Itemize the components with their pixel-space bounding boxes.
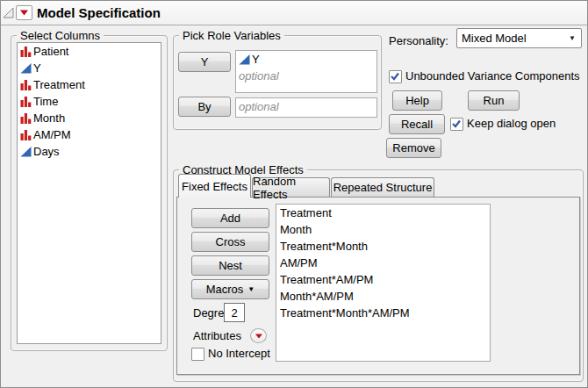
model-effect-item[interactable]: Treatment*Month*AM/PM (276, 305, 490, 321)
red-triangle-icon (20, 10, 28, 16)
help-button[interactable]: Help (392, 90, 442, 111)
keep-dialog-open-label: Keep dialog open (467, 117, 556, 130)
personality-value: Mixed Model (457, 32, 569, 45)
select-columns-title: Select Columns (17, 29, 104, 42)
outline-collapse-icon[interactable] (3, 7, 14, 18)
model-effect-item[interactable]: Treatment*Month (276, 238, 490, 255)
column-name: Time (33, 95, 58, 108)
no-intercept-label: No Intercept (208, 347, 270, 360)
select-columns-list: Patient Y (17, 42, 161, 344)
macros-dropdown-arrow-icon: ▼ (247, 285, 255, 293)
by-role-placeholder: optional (236, 98, 376, 115)
y-role-item-label: Y (252, 53, 260, 66)
unbounded-variance-checkbox[interactable] (389, 70, 402, 83)
column-list-item[interactable]: Y (18, 60, 161, 76)
nominal-column-icon (20, 112, 32, 124)
personality-label: Personality: (389, 34, 448, 47)
title-bar: Model Specification (1, 1, 587, 25)
column-name: Month (33, 111, 65, 125)
continuous-column-icon (20, 62, 32, 74)
model-effect-item[interactable]: AM/PM (276, 255, 490, 271)
nominal-column-icon (20, 46, 32, 57)
nest-button[interactable]: Nest (191, 255, 269, 276)
tab-fixed-effects[interactable]: Fixed Effects (178, 174, 251, 198)
pick-role-variables-title: Pick Role Variables (179, 29, 284, 42)
run-button[interactable]: Run (468, 90, 520, 111)
model-effects-list: Treatment Month Treatment*Month AM/PM Tr… (276, 204, 491, 362)
remove-button[interactable]: Remove (386, 138, 441, 158)
degree-input[interactable] (224, 303, 245, 322)
y-role-item[interactable]: Y (236, 51, 376, 68)
nominal-column-icon (20, 129, 32, 140)
column-list-item[interactable]: Treatment (18, 76, 161, 93)
page-title: Model Specification (37, 5, 161, 20)
column-list-item[interactable]: Patient (18, 43, 161, 60)
combo-arrow-icon: ▼ (569, 34, 581, 42)
model-effect-item[interactable]: Treatment*AM/PM (276, 271, 490, 288)
nominal-column-icon (20, 79, 32, 90)
add-button[interactable]: Add (191, 208, 269, 228)
keep-dialog-open-checkbox[interactable] (450, 118, 463, 131)
red-triangle-menu-button[interactable] (16, 5, 32, 20)
column-name: Days (33, 145, 60, 158)
nominal-column-icon (20, 96, 32, 107)
model-effect-item[interactable]: Treatment (276, 205, 490, 221)
unbounded-variance-label: Unbounded Variance Components (405, 69, 580, 83)
column-name: Patient (33, 45, 68, 58)
no-intercept-checkbox[interactable] (191, 348, 204, 361)
cross-button[interactable]: Cross (191, 232, 269, 252)
column-list-item[interactable]: Time (18, 93, 161, 110)
y-role-button[interactable]: Y (178, 52, 231, 72)
tab-random-effects[interactable]: Random Effects (252, 177, 330, 197)
column-list-item[interactable]: AM/PM (18, 126, 161, 143)
model-effect-item[interactable]: Month (276, 221, 490, 238)
column-list-item[interactable]: Month (18, 110, 161, 126)
model-effect-item[interactable]: Month*AM/PM (276, 288, 490, 305)
attributes-red-triangle-button[interactable] (250, 328, 267, 343)
recall-button[interactable]: Recall (389, 114, 445, 134)
column-name: Y (33, 61, 41, 75)
column-name: Treatment (33, 78, 85, 91)
model-specification-dialog: Model Specification Select Columns Patie… (0, 0, 588, 388)
check-icon (452, 119, 461, 128)
check-icon (391, 72, 399, 81)
continuous-column-icon (239, 54, 250, 65)
personality-combo[interactable]: Mixed Model ▼ (456, 28, 582, 48)
by-role-button[interactable]: By (178, 97, 231, 117)
select-columns-group: Select Columns Patient (11, 35, 168, 351)
macros-button[interactable]: Macros ▼ (191, 279, 269, 299)
y-role-placeholder: optional (236, 68, 376, 84)
by-role-list[interactable]: optional (235, 97, 377, 118)
column-list-item[interactable]: Days (18, 143, 161, 160)
continuous-column-icon (20, 146, 32, 157)
red-triangle-icon (255, 334, 262, 339)
column-name: AM/PM (33, 128, 71, 141)
tab-repeated-structure[interactable]: Repeated Structure (331, 177, 434, 197)
attributes-label: Attributes (193, 329, 241, 342)
y-role-list: Y optional (235, 50, 377, 93)
